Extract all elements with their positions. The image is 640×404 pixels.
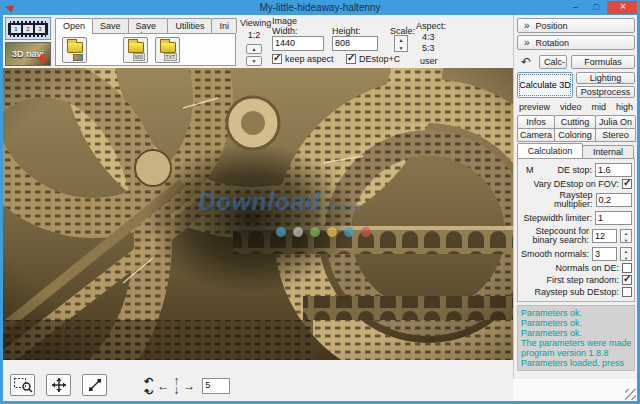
- smooth-normals-spinner[interactable]: ▲▼: [620, 247, 632, 261]
- rotate-down-icon[interactable]: ↶: [144, 386, 153, 395]
- minimize-button[interactable]: –: [565, 1, 586, 14]
- aspect-option-43[interactable]: 4:3: [422, 32, 435, 42]
- aspect-label: Aspect:: [416, 21, 446, 31]
- lighting-button[interactable]: Lighting: [576, 72, 635, 84]
- position-label: Position: [536, 21, 568, 31]
- zoom-select-button[interactable]: [10, 374, 35, 396]
- quality-high[interactable]: high: [616, 102, 633, 112]
- pan-move-button[interactable]: [46, 374, 71, 396]
- move-cross-icon: [50, 376, 68, 394]
- folder-icon: [160, 42, 176, 53]
- formulas-button[interactable]: Formulas: [571, 55, 635, 69]
- stepwidth-limiter-input[interactable]: 1: [595, 211, 632, 225]
- quality-video[interactable]: video: [560, 102, 582, 112]
- rotation-panel-button[interactable]: » Rotation: [517, 35, 635, 50]
- status-line: Parameters loaded, press: [521, 358, 631, 368]
- quality-mid[interactable]: mid: [591, 102, 606, 112]
- raystep-multiplier-label: Raystep multiplier:: [520, 191, 593, 209]
- tab-open[interactable]: Open: [55, 18, 93, 34]
- tab-utilities[interactable]: Utilities: [167, 18, 212, 33]
- 3d-navi-button[interactable]: 3D navi: [5, 42, 51, 66]
- scale-spinner[interactable]: ▲ ▼: [394, 35, 408, 52]
- viewing-zoom-in-button[interactable]: ▲: [246, 44, 262, 54]
- open-parameter-button[interactable]: M3I: [123, 37, 148, 63]
- m-label: M: [520, 165, 534, 175]
- stepcount-input[interactable]: 12: [592, 229, 617, 243]
- navigation-arrows: ↶ ↶ ← ↑ ↓ → 5: [144, 377, 230, 395]
- status-line: Parameters ok.: [521, 308, 631, 318]
- maximize-button[interactable]: □: [586, 1, 607, 14]
- de-stop-input[interactable]: 1.6: [595, 163, 632, 177]
- height-input[interactable]: 808: [332, 36, 378, 51]
- tab-coloring[interactable]: Coloring: [554, 128, 596, 142]
- tab-save-pic[interactable]: Save pic: [128, 18, 169, 33]
- zoom-select-icon: [13, 376, 33, 394]
- raystep-sub-destop-label: Raystep sub DEstop:: [534, 288, 619, 297]
- normals-on-de-checkbox[interactable]: [622, 263, 632, 273]
- first-step-random-checkbox[interactable]: ✓: [622, 275, 632, 285]
- vary-destop-label: Vary DEstop on FOV:: [533, 180, 619, 189]
- quality-preview[interactable]: preview: [519, 102, 550, 112]
- raystep-sub-destop-checkbox[interactable]: [622, 287, 632, 297]
- width-input[interactable]: 1440: [272, 36, 324, 51]
- viewing-group: Viewing 1:2 ▲ ▼: [240, 18, 268, 68]
- keep-aspect-checkbox[interactable]: ✓: [272, 54, 282, 64]
- close-button[interactable]: ×: [607, 1, 639, 14]
- right-panel: » Position » Rotation ↶ Calc- Formulas C…: [513, 15, 637, 401]
- tab-infos[interactable]: Infos: [517, 115, 555, 129]
- top-toolbar: 1 2 3 3D navi Open Save Save pic Utiliti…: [3, 15, 513, 68]
- raystep-multiplier-input[interactable]: 0.2: [596, 193, 632, 207]
- postprocess-button[interactable]: Postprocess: [576, 86, 635, 98]
- open-text-button[interactable]: TXT: [155, 37, 180, 63]
- stepwidth-limiter-label: Stepwidth limiter:: [523, 214, 592, 223]
- image-size-group: Image Width: Height: Scale: Aspect: 1440…: [270, 16, 436, 67]
- destop-c-checkbox[interactable]: ✓: [346, 54, 356, 64]
- move-down-icon[interactable]: ↓: [173, 386, 179, 395]
- first-step-random-label: First step random:: [546, 276, 619, 285]
- status-line: Parameters ok.: [521, 328, 631, 338]
- line-measure-button[interactable]: [82, 374, 107, 396]
- position-panel-button[interactable]: » Position: [517, 18, 635, 33]
- title-bar: My-little-hideaway-haltenny – □ ×: [0, 0, 640, 15]
- tab-internal[interactable]: Internal: [582, 145, 634, 159]
- status-log: Parameters ok. Parameters ok. Parameters…: [517, 305, 635, 371]
- aspect-option-user[interactable]: user: [420, 56, 438, 66]
- tab-camera[interactable]: Camera: [517, 128, 555, 142]
- tab-stereo[interactable]: Stereo: [595, 128, 636, 142]
- fractal-render-viewport[interactable]: Download.com.vn: [3, 68, 513, 360]
- aspect-option-53[interactable]: 5:3: [422, 43, 435, 53]
- keep-aspect-label: keep aspect: [285, 54, 334, 64]
- m3i-badge: M3I: [133, 53, 145, 61]
- step-size-input[interactable]: 5: [202, 378, 230, 394]
- animation-filmstrip-button[interactable]: 1 2 3: [5, 17, 51, 40]
- tab-save[interactable]: Save: [92, 18, 129, 33]
- tab-ini[interactable]: Ini: [211, 18, 237, 33]
- viewing-zoom-out-button[interactable]: ▼: [246, 56, 262, 66]
- open-image-button[interactable]: [62, 37, 87, 63]
- tab-cutting[interactable]: Cutting: [554, 115, 596, 129]
- stepcount-spinner[interactable]: ▲▼: [620, 229, 632, 243]
- de-stop-label: DE stop:: [557, 166, 592, 175]
- calc-minus-button[interactable]: Calc-: [539, 55, 567, 69]
- status-line: program version 1.8.8: [521, 348, 631, 358]
- scale-up-icon[interactable]: ▲: [395, 36, 407, 44]
- viewing-ratio: 1:2: [240, 30, 268, 40]
- folder-icon: [128, 42, 144, 53]
- vary-destop-checkbox[interactable]: ✓: [622, 179, 632, 189]
- window-title: My-little-hideaway-haltenny: [0, 2, 640, 13]
- width-label: Width:: [272, 26, 298, 36]
- smooth-normals-input[interactable]: 3: [592, 247, 617, 261]
- undo-icon[interactable]: ↶: [517, 55, 535, 69]
- film-frame: 1: [11, 25, 21, 33]
- calculate-3d-button[interactable]: Calculate 3D: [517, 72, 573, 98]
- height-label: Height:: [332, 26, 361, 36]
- resize-grip[interactable]: [625, 389, 636, 400]
- tab-julia-on[interactable]: Julia On: [595, 115, 636, 129]
- tab-calculation[interactable]: Calculation: [517, 143, 583, 159]
- viewing-label: Viewing: [240, 18, 268, 28]
- move-right-icon[interactable]: →: [183, 379, 195, 393]
- check-icon: ✓: [623, 273, 631, 284]
- move-left-icon[interactable]: ←: [157, 379, 169, 393]
- panel-footer: [513, 379, 637, 401]
- scale-down-icon[interactable]: ▼: [395, 44, 407, 52]
